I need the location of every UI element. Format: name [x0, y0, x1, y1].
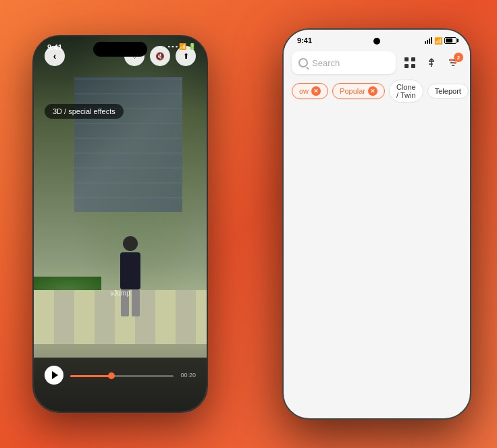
video-grid: ♡ Clone / Twin [284, 108, 470, 292]
chip-teleport[interactable]: Teleport [427, 84, 469, 99]
player-controls: 00:20 [45, 366, 196, 385]
search-area: Search [284, 47, 470, 80]
signal-icons: 📶 [425, 37, 456, 45]
filter-badge: 2 [454, 53, 463, 62]
grid-row-2: ♡ Teleport [286, 201, 468, 292]
right-phone-body: 9:41 📶 Sea [284, 30, 470, 418]
share-icon: ⬆ [183, 52, 189, 61]
video-content: 9:41 ▪ ▪ ▪ 📶 🔋 ‹ ♡ 🔇 ⬆ [34, 36, 207, 412]
player-bar: 00:20 [34, 358, 207, 412]
video-background [34, 36, 207, 412]
phones-container: 9:41 ▪ ▪ ▪ 📶 🔋 ‹ ♡ 🔇 ⬆ [19, 15, 478, 433]
chip-clone[interactable]: Clone / Twin [389, 80, 423, 103]
battery-fill [446, 38, 452, 43]
time-label: 00:20 [180, 372, 196, 379]
chip-ow-label: ow [299, 87, 309, 95]
filter-button[interactable]: 2 [444, 54, 462, 72]
sort-button[interactable] [423, 54, 440, 72]
search-icon [298, 58, 308, 67]
chip-ow-remove[interactable]: ✕ [311, 86, 321, 96]
camera-dot [373, 38, 380, 45]
left-status-icons: ▪ ▪ ▪ 📶 🔋 [167, 43, 196, 50]
phone-right: 9:41 📶 Sea [282, 28, 471, 420]
progress-bar[interactable] [70, 375, 174, 377]
chip-teleport-label: Teleport [435, 87, 461, 95]
svg-rect-0 [404, 57, 409, 61]
right-status-time: 9:41 [297, 36, 312, 45]
progress-fill [70, 375, 111, 377]
chip-popular-remove[interactable]: ✕ [368, 86, 377, 96]
person-leg-right [132, 289, 140, 316]
effect-label: 3D / special effects [45, 104, 124, 119]
play-icon [52, 371, 58, 379]
phone-left: 9:41 ▪ ▪ ▪ 📶 🔋 ‹ ♡ 🔇 ⬆ [32, 35, 208, 413]
person-head [123, 236, 138, 251]
grid-view-button[interactable] [401, 54, 419, 72]
battery-icon [444, 37, 456, 44]
left-status-time: 9:41 [47, 43, 62, 51]
play-button[interactable] [45, 366, 63, 385]
back-icon: ‹ [53, 51, 57, 61]
svg-rect-2 [404, 64, 409, 68]
person-body [120, 252, 140, 289]
search-placeholder: Search [312, 58, 340, 68]
chip-popular-label: Popular [340, 87, 365, 95]
search-box[interactable]: Search [292, 51, 396, 74]
grid-row-1: ♡ Clone / Twin [286, 108, 468, 199]
progress-dot [108, 372, 115, 379]
mute-icon: 🔇 [155, 52, 165, 61]
vjump-label: vJump [110, 289, 130, 297]
chip-ow[interactable]: ow ✕ [292, 83, 328, 99]
svg-rect-1 [411, 57, 415, 61]
filter-chips: ow ✕ Popular ✕ Clone / Twin Teleport [284, 80, 470, 108]
svg-point-11 [454, 61, 456, 64]
signal-bars [425, 37, 432, 44]
person-figure [113, 236, 147, 317]
building-shape [74, 77, 182, 212]
toolbar-icons: 2 [401, 54, 462, 72]
dynamic-island [93, 42, 147, 57]
svg-rect-3 [411, 64, 415, 68]
chip-clone-label: Clone / Twin [396, 83, 416, 99]
wifi-icon: 📶 [434, 37, 442, 45]
chip-popular[interactable]: Popular ✕ [332, 83, 385, 99]
svg-point-10 [450, 59, 452, 61]
